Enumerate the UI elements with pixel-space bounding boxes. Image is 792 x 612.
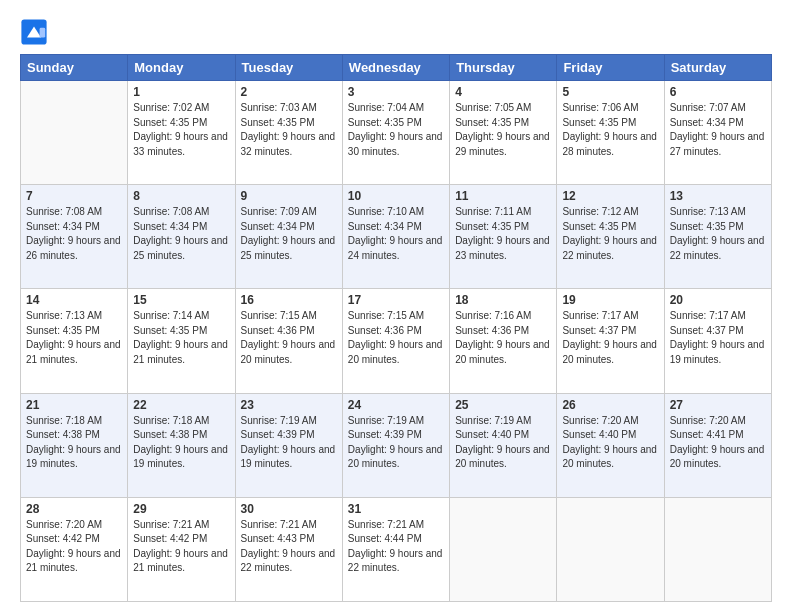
calendar-cell: 18Sunrise: 7:16 AMSunset: 4:36 PMDayligh… xyxy=(450,289,557,393)
calendar-cell: 17Sunrise: 7:15 AMSunset: 4:36 PMDayligh… xyxy=(342,289,449,393)
day-number: 29 xyxy=(133,502,229,516)
calendar-cell xyxy=(450,497,557,601)
day-detail: Sunrise: 7:08 AMSunset: 4:34 PMDaylight:… xyxy=(26,205,122,263)
calendar-cell: 3Sunrise: 7:04 AMSunset: 4:35 PMDaylight… xyxy=(342,81,449,185)
calendar-cell: 28Sunrise: 7:20 AMSunset: 4:42 PMDayligh… xyxy=(21,497,128,601)
calendar-cell xyxy=(557,497,664,601)
calendar-cell: 10Sunrise: 7:10 AMSunset: 4:34 PMDayligh… xyxy=(342,185,449,289)
day-number: 14 xyxy=(26,293,122,307)
calendar-cell: 31Sunrise: 7:21 AMSunset: 4:44 PMDayligh… xyxy=(342,497,449,601)
calendar-cell: 19Sunrise: 7:17 AMSunset: 4:37 PMDayligh… xyxy=(557,289,664,393)
weekday-header-wednesday: Wednesday xyxy=(342,55,449,81)
day-number: 13 xyxy=(670,189,766,203)
calendar-cell: 9Sunrise: 7:09 AMSunset: 4:34 PMDaylight… xyxy=(235,185,342,289)
day-detail: Sunrise: 7:21 AMSunset: 4:43 PMDaylight:… xyxy=(241,518,337,576)
day-detail: Sunrise: 7:05 AMSunset: 4:35 PMDaylight:… xyxy=(455,101,551,159)
calendar-cell: 13Sunrise: 7:13 AMSunset: 4:35 PMDayligh… xyxy=(664,185,771,289)
day-detail: Sunrise: 7:13 AMSunset: 4:35 PMDaylight:… xyxy=(26,309,122,367)
day-detail: Sunrise: 7:15 AMSunset: 4:36 PMDaylight:… xyxy=(241,309,337,367)
day-number: 19 xyxy=(562,293,658,307)
calendar-cell: 5Sunrise: 7:06 AMSunset: 4:35 PMDaylight… xyxy=(557,81,664,185)
calendar-cell: 15Sunrise: 7:14 AMSunset: 4:35 PMDayligh… xyxy=(128,289,235,393)
day-number: 30 xyxy=(241,502,337,516)
day-detail: Sunrise: 7:17 AMSunset: 4:37 PMDaylight:… xyxy=(562,309,658,367)
day-number: 28 xyxy=(26,502,122,516)
day-detail: Sunrise: 7:07 AMSunset: 4:34 PMDaylight:… xyxy=(670,101,766,159)
calendar-cell: 6Sunrise: 7:07 AMSunset: 4:34 PMDaylight… xyxy=(664,81,771,185)
day-detail: Sunrise: 7:20 AMSunset: 4:41 PMDaylight:… xyxy=(670,414,766,472)
logo xyxy=(20,18,52,46)
day-detail: Sunrise: 7:11 AMSunset: 4:35 PMDaylight:… xyxy=(455,205,551,263)
day-detail: Sunrise: 7:09 AMSunset: 4:34 PMDaylight:… xyxy=(241,205,337,263)
day-detail: Sunrise: 7:02 AMSunset: 4:35 PMDaylight:… xyxy=(133,101,229,159)
day-number: 20 xyxy=(670,293,766,307)
day-number: 12 xyxy=(562,189,658,203)
day-detail: Sunrise: 7:04 AMSunset: 4:35 PMDaylight:… xyxy=(348,101,444,159)
day-detail: Sunrise: 7:19 AMSunset: 4:39 PMDaylight:… xyxy=(348,414,444,472)
calendar-cell: 7Sunrise: 7:08 AMSunset: 4:34 PMDaylight… xyxy=(21,185,128,289)
day-detail: Sunrise: 7:06 AMSunset: 4:35 PMDaylight:… xyxy=(562,101,658,159)
day-number: 2 xyxy=(241,85,337,99)
day-number: 4 xyxy=(455,85,551,99)
calendar-cell xyxy=(664,497,771,601)
day-number: 24 xyxy=(348,398,444,412)
day-number: 7 xyxy=(26,189,122,203)
day-number: 21 xyxy=(26,398,122,412)
day-number: 17 xyxy=(348,293,444,307)
day-detail: Sunrise: 7:12 AMSunset: 4:35 PMDaylight:… xyxy=(562,205,658,263)
calendar-cell: 11Sunrise: 7:11 AMSunset: 4:35 PMDayligh… xyxy=(450,185,557,289)
day-number: 31 xyxy=(348,502,444,516)
day-detail: Sunrise: 7:18 AMSunset: 4:38 PMDaylight:… xyxy=(26,414,122,472)
calendar-cell xyxy=(21,81,128,185)
calendar-cell: 24Sunrise: 7:19 AMSunset: 4:39 PMDayligh… xyxy=(342,393,449,497)
calendar-cell: 20Sunrise: 7:17 AMSunset: 4:37 PMDayligh… xyxy=(664,289,771,393)
calendar-cell: 4Sunrise: 7:05 AMSunset: 4:35 PMDaylight… xyxy=(450,81,557,185)
day-detail: Sunrise: 7:10 AMSunset: 4:34 PMDaylight:… xyxy=(348,205,444,263)
calendar-week-row: 28Sunrise: 7:20 AMSunset: 4:42 PMDayligh… xyxy=(21,497,772,601)
calendar-cell: 27Sunrise: 7:20 AMSunset: 4:41 PMDayligh… xyxy=(664,393,771,497)
day-number: 18 xyxy=(455,293,551,307)
day-detail: Sunrise: 7:19 AMSunset: 4:40 PMDaylight:… xyxy=(455,414,551,472)
day-number: 23 xyxy=(241,398,337,412)
day-detail: Sunrise: 7:08 AMSunset: 4:34 PMDaylight:… xyxy=(133,205,229,263)
calendar-cell: 16Sunrise: 7:15 AMSunset: 4:36 PMDayligh… xyxy=(235,289,342,393)
day-number: 16 xyxy=(241,293,337,307)
header xyxy=(20,18,772,46)
page: SundayMondayTuesdayWednesdayThursdayFrid… xyxy=(0,0,792,612)
calendar-week-row: 14Sunrise: 7:13 AMSunset: 4:35 PMDayligh… xyxy=(21,289,772,393)
day-number: 5 xyxy=(562,85,658,99)
day-detail: Sunrise: 7:21 AMSunset: 4:42 PMDaylight:… xyxy=(133,518,229,576)
weekday-header-friday: Friday xyxy=(557,55,664,81)
day-detail: Sunrise: 7:03 AMSunset: 4:35 PMDaylight:… xyxy=(241,101,337,159)
calendar-table: SundayMondayTuesdayWednesdayThursdayFrid… xyxy=(20,54,772,602)
weekday-header-tuesday: Tuesday xyxy=(235,55,342,81)
calendar-cell: 12Sunrise: 7:12 AMSunset: 4:35 PMDayligh… xyxy=(557,185,664,289)
calendar-week-row: 21Sunrise: 7:18 AMSunset: 4:38 PMDayligh… xyxy=(21,393,772,497)
day-detail: Sunrise: 7:18 AMSunset: 4:38 PMDaylight:… xyxy=(133,414,229,472)
day-number: 15 xyxy=(133,293,229,307)
day-detail: Sunrise: 7:16 AMSunset: 4:36 PMDaylight:… xyxy=(455,309,551,367)
day-detail: Sunrise: 7:21 AMSunset: 4:44 PMDaylight:… xyxy=(348,518,444,576)
day-detail: Sunrise: 7:17 AMSunset: 4:37 PMDaylight:… xyxy=(670,309,766,367)
weekday-header-sunday: Sunday xyxy=(21,55,128,81)
weekday-header-monday: Monday xyxy=(128,55,235,81)
day-number: 10 xyxy=(348,189,444,203)
calendar-cell: 22Sunrise: 7:18 AMSunset: 4:38 PMDayligh… xyxy=(128,393,235,497)
weekday-header-thursday: Thursday xyxy=(450,55,557,81)
day-number: 26 xyxy=(562,398,658,412)
day-detail: Sunrise: 7:15 AMSunset: 4:36 PMDaylight:… xyxy=(348,309,444,367)
calendar-week-row: 7Sunrise: 7:08 AMSunset: 4:34 PMDaylight… xyxy=(21,185,772,289)
day-number: 6 xyxy=(670,85,766,99)
day-detail: Sunrise: 7:20 AMSunset: 4:40 PMDaylight:… xyxy=(562,414,658,472)
calendar-cell: 2Sunrise: 7:03 AMSunset: 4:35 PMDaylight… xyxy=(235,81,342,185)
calendar-cell: 26Sunrise: 7:20 AMSunset: 4:40 PMDayligh… xyxy=(557,393,664,497)
calendar-week-row: 1Sunrise: 7:02 AMSunset: 4:35 PMDaylight… xyxy=(21,81,772,185)
day-number: 25 xyxy=(455,398,551,412)
day-number: 11 xyxy=(455,189,551,203)
day-number: 27 xyxy=(670,398,766,412)
calendar-cell: 23Sunrise: 7:19 AMSunset: 4:39 PMDayligh… xyxy=(235,393,342,497)
day-number: 3 xyxy=(348,85,444,99)
day-number: 22 xyxy=(133,398,229,412)
calendar-cell: 21Sunrise: 7:18 AMSunset: 4:38 PMDayligh… xyxy=(21,393,128,497)
svg-rect-2 xyxy=(40,28,46,38)
